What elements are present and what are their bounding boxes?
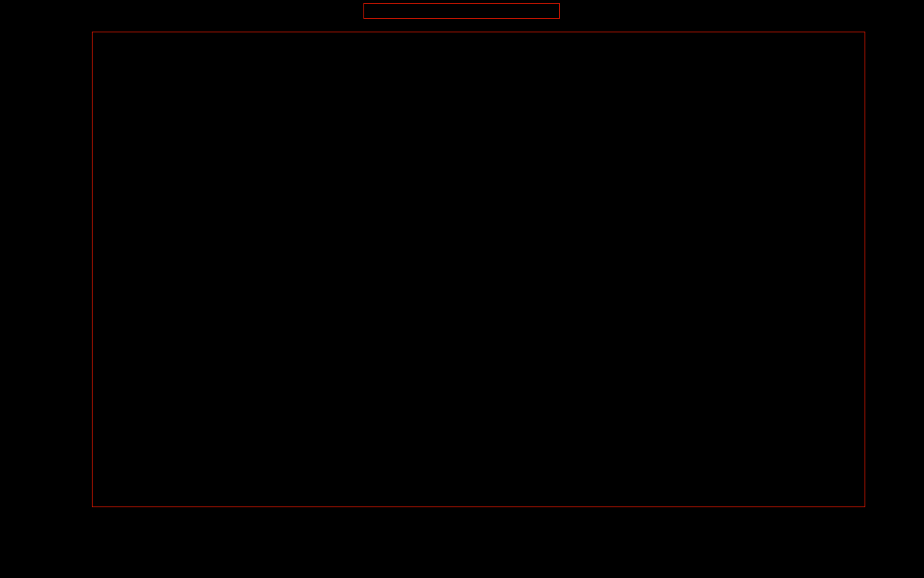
colorbar-gradient [363, 3, 560, 19]
spectrogram-viewer-window [0, 0, 924, 578]
plot-frame [92, 32, 865, 507]
spectrogram-canvas [93, 32, 865, 507]
